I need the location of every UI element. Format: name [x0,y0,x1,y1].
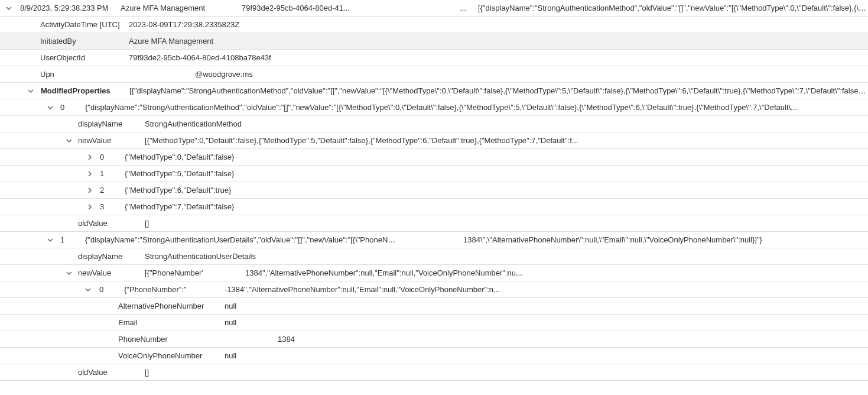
mp1-newvalue-row[interactable]: newValue [{"PhoneNumber' 1384","Alternat… [0,265,868,281]
mp1-nv0-email-row: Email null [0,315,868,331]
mp0-newvalue-label: newValue [78,136,145,145]
mp1-nv0-phone-row: PhoneNumber 1384 [0,331,868,348]
mp0-nv-idx-0: 0 [100,153,125,161]
chevron-right-icon[interactable] [86,186,94,195]
mp1-nv0-summary-left: {"PhoneNumber":" [124,285,225,294]
mp1-summary-right: 1384\",\"AlternativePhoneNumber\":null,\… [463,235,868,244]
userobjectid-label: UserObjectId [40,53,129,62]
mp0-nv-text-3: {"MethodType":7,"Default":false} [125,202,234,211]
mp1-nv0-altphone-row: AlternativePhoneNumber null [0,298,868,315]
mp1-nv0-voice-row: VoiceOnlyPhoneNumber null [0,348,868,364]
mp1-newvalue-label: newValue [78,268,145,277]
chevron-down-icon[interactable] [5,4,13,12]
voice-label: VoiceOnlyPhoneNumber [118,351,225,360]
phone-value: 1384 [278,335,295,344]
mp1-nv-idx-0: 0 [99,285,124,294]
initiatedby-value: Azure MFA Management [129,37,213,46]
email-value: null [225,318,236,327]
mp0-newvalue-row[interactable]: newValue [{"MethodType":0,"Default":fals… [0,132,868,149]
mp0-summary: {"displayName":"StrongAuthenticationMeth… [85,103,868,112]
mp0-nv-idx-2: 2 [100,186,125,195]
activitydatetime-value: 2023-08-09T17:29:38.2335823Z [129,20,239,29]
mp1-newvalue-summary-left: [{"PhoneNumber' [145,268,245,277]
detail-userobjectid-row: UserObjectId 79f93de2-95cb-4064-80ed-410… [0,50,868,66]
mp0-oldvalue-row: oldValue [] [0,215,868,232]
userobjectid-value: 79f93de2-95cb-4064-80ed-4108ba78e43f [129,53,271,62]
mp0-index: 0 [60,103,85,112]
mp0-row[interactable]: 0 {"displayName":"StrongAuthenticationMe… [0,99,868,116]
initiatedby-label: InitiatedBy [40,37,129,46]
mp1-displayname-row: displayName StrongAuthenticationUserDeta… [0,248,868,265]
mp0-nv-item-1[interactable]: 1 {"MethodType":5,"Default":false} [0,166,868,182]
mp1-nv-item-0[interactable]: 0 {"PhoneNumber":" -1384","AlternativePh… [0,281,868,298]
summary-ellipsis: ... [448,4,466,12]
mp0-displayname-label: displayName [78,119,145,128]
chevron-down-icon[interactable] [27,87,35,95]
chevron-down-icon[interactable] [46,103,54,112]
mp1-index: 1 [60,235,85,244]
mp0-nv-text-0: {"MethodType":0,"Default":false} [125,153,234,161]
mp0-nv-idx-1: 1 [100,169,125,178]
detail-upn-row: Upn @woodgrove.ms [0,66,868,83]
chevron-right-icon[interactable] [86,203,94,211]
mp0-oldvalue-value: [] [145,219,149,228]
mp1-oldvalue-label: oldValue [78,368,145,377]
mp0-nv-text-2: {"MethodType":6,"Default":true} [125,186,231,195]
voice-value: null [225,351,236,360]
mp1-oldvalue-value: [] [145,368,149,377]
chevron-down-icon[interactable] [46,236,54,244]
mp0-oldvalue-label: oldValue [78,219,145,228]
chevron-right-icon[interactable] [86,170,94,178]
mp1-newvalue-summary-right: 1384","AlternativePhoneNumber":null,"Ema… [245,268,522,277]
mp0-newvalue-summary: [{"MethodType":0,"Default":false},{"Meth… [145,136,868,145]
altphone-value: null [225,302,236,310]
chevron-right-icon[interactable] [86,153,94,161]
summary-objectid: 79f93de2-95cb-4064-80ed-41... [242,4,448,12]
summary-raw: [{"displayName":"StrongAuthenticationMet… [478,4,868,12]
upn-value: @woodgrove.ms [195,70,253,79]
email-label: Email [118,318,225,327]
mp0-displayname-row: displayName StrongAuthenticationMethod [0,116,868,132]
mp1-oldvalue-row: oldValue [] [0,364,868,381]
mp0-displayname-value: StrongAuthenticationMethod [145,119,242,128]
altphone-label: AlternativePhoneNumber [118,302,225,310]
summary-actor: Azure MFA Management [121,4,242,12]
mp1-row[interactable]: 1 {"displayName":"StrongAuthenticationUs… [0,232,868,248]
mp1-displayname-value: StrongAuthenticationUserDetails [145,252,256,261]
summary-timestamp: 8/9/2023, 5:29:38.233 PM [20,4,121,12]
mp0-nv-item-3[interactable]: 3 {"MethodType":7,"Default":false} [0,199,868,215]
detail-activitydatetime-row: ActivityDateTime [UTC] 2023-08-09T17:29:… [0,17,868,33]
chevron-down-icon[interactable] [65,269,73,277]
detail-initiatedby-row: InitiatedBy Azure MFA Management [0,33,868,50]
log-summary-row[interactable]: 8/9/2023, 5:29:38.233 PM Azure MFA Manag… [0,0,868,17]
mp0-nv-item-0[interactable]: 0 {"MethodType":0,"Default":false} [0,149,868,166]
activitydatetime-label: ActivityDateTime [UTC] [40,20,129,29]
upn-label: Upn [40,70,195,79]
chevron-down-icon[interactable] [65,137,73,145]
mp0-nv-item-2[interactable]: 2 {"MethodType":6,"Default":true} [0,182,868,199]
mp1-displayname-label: displayName [78,252,145,261]
modifiedproperties-label: ModifiedProperties [41,86,129,95]
modifiedproperties-row[interactable]: ModifiedProperties [{"displayName":"Stro… [0,83,868,99]
mp0-nv-text-1: {"MethodType":5,"Default":false} [125,169,234,178]
mp1-summary-left: {"displayName":"StrongAuthenticationUser… [85,235,398,244]
chevron-down-icon[interactable] [84,286,92,294]
mp0-nv-idx-3: 3 [100,202,125,211]
phone-label: PhoneNumber [118,335,278,344]
modifiedproperties-value: [{"displayName":"StrongAuthenticationMet… [129,86,868,95]
mp1-nv0-summary-right: -1384","AlternativePhoneNumber":null,"Em… [225,285,500,294]
